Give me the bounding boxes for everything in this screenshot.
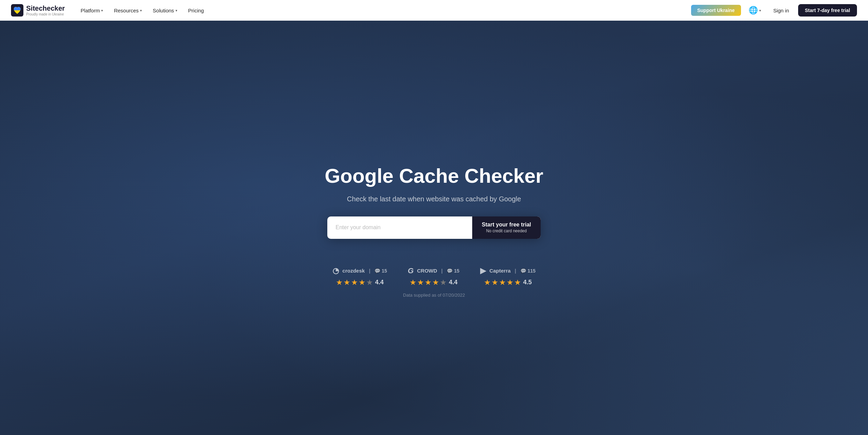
domain-search-input[interactable] bbox=[327, 216, 472, 238]
gcrowd-icon: G bbox=[408, 266, 414, 275]
data-supplied-text: Data supplied as of 07/20/2022 bbox=[403, 293, 465, 298]
gcrowd-platform: G CROWD | 💬 15 bbox=[408, 266, 459, 275]
logo-name: Sitechecker bbox=[26, 4, 65, 12]
star-4: ★ bbox=[432, 278, 439, 287]
capterra-stars-row: ★ ★ ★ ★ ★ 4.5 bbox=[484, 278, 532, 287]
star-1: ★ bbox=[410, 278, 416, 287]
nav-platform[interactable]: Platform ▾ bbox=[76, 5, 108, 16]
hero-title: Google Cache Checker bbox=[314, 165, 554, 187]
crozdesk-icon: ◔ bbox=[332, 266, 339, 275]
chevron-down-icon: ▾ bbox=[101, 9, 103, 12]
comment-icon: 💬 bbox=[374, 268, 380, 274]
star-5: ★ bbox=[440, 278, 447, 287]
hero-section: Google Cache Checker Check the last date… bbox=[0, 21, 868, 435]
star-2: ★ bbox=[417, 278, 424, 287]
hero-subtitle: Check the last date when website was cac… bbox=[314, 194, 554, 204]
comment-icon: 💬 bbox=[520, 268, 526, 274]
nav-links: Platform ▾ Resources ▾ Solutions ▾ Prici… bbox=[76, 5, 691, 16]
nav-pricing[interactable]: Pricing bbox=[183, 5, 209, 16]
star-3: ★ bbox=[499, 278, 506, 287]
hero-content: Google Cache Checker Check the last date… bbox=[314, 165, 554, 259]
gcrowd-stars-row: ★ ★ ★ ★ ★ 4.4 bbox=[410, 278, 457, 287]
logo-tagline: Proudly made in Ukraine bbox=[26, 12, 65, 16]
navbar: Sitechecker Proudly made in Ukraine Plat… bbox=[0, 0, 868, 21]
crozdesk-stars-row: ★ ★ ★ ★ ★ 4.4 bbox=[336, 278, 384, 287]
capterra-score: 4.5 bbox=[523, 279, 532, 286]
star-4: ★ bbox=[359, 278, 366, 287]
site-logo[interactable]: Sitechecker Proudly made in Ukraine bbox=[11, 4, 65, 17]
star-2: ★ bbox=[491, 278, 498, 287]
crozdesk-score: 4.4 bbox=[375, 279, 384, 286]
globe-icon: 🌐 bbox=[749, 6, 758, 15]
star-5: ★ bbox=[366, 278, 373, 287]
crozdesk-platform: ◔ crozdesk | 💬 15 bbox=[332, 266, 387, 275]
logo-icon bbox=[11, 4, 23, 17]
star-3: ★ bbox=[351, 278, 358, 287]
nav-right: Support Ukraine 🌐 ▾ Sign in Start 7-day … bbox=[691, 4, 857, 17]
ratings-section: ◔ crozdesk | 💬 15 ★ ★ ★ ★ ★ 4.4 bbox=[332, 266, 536, 287]
gcrowd-comment-count: 💬 15 bbox=[447, 268, 459, 274]
crozdesk-label: crozdesk bbox=[342, 268, 365, 274]
gcrowd-label: CROWD bbox=[417, 268, 437, 274]
signin-button[interactable]: Sign in bbox=[769, 5, 794, 16]
rating-gcrowd: G CROWD | 💬 15 ★ ★ ★ ★ ★ 4.4 bbox=[408, 266, 459, 287]
rating-crozdesk: ◔ crozdesk | 💬 15 ★ ★ ★ ★ ★ 4.4 bbox=[332, 266, 387, 287]
capterra-platform: ▶ Capterra | 💬 115 bbox=[480, 266, 536, 275]
chevron-down-icon: ▾ bbox=[140, 9, 142, 12]
capterra-icon: ▶ bbox=[480, 266, 486, 275]
crozdesk-comment-count: 💬 15 bbox=[374, 268, 387, 274]
search-box: Start your free trial No credit card nee… bbox=[327, 216, 541, 238]
cta-sub-text: No credit card needed bbox=[486, 229, 527, 234]
capterra-stars: ★ ★ ★ ★ ★ bbox=[484, 278, 521, 287]
gcrowd-score: 4.4 bbox=[449, 279, 457, 286]
capterra-comment-count: 💬 115 bbox=[520, 268, 536, 274]
chevron-down-icon: ▾ bbox=[176, 9, 177, 12]
start-trial-cta-button[interactable]: Start your free trial No credit card nee… bbox=[472, 216, 541, 238]
star-5: ★ bbox=[514, 278, 521, 287]
gcrowd-stars: ★ ★ ★ ★ ★ bbox=[410, 278, 447, 287]
cta-main-text: Start your free trial bbox=[482, 221, 531, 229]
star-4: ★ bbox=[507, 278, 514, 287]
start-trial-button[interactable]: Start 7-day free trial bbox=[798, 4, 857, 17]
rating-capterra: ▶ Capterra | 💬 115 ★ ★ ★ ★ ★ 4.5 bbox=[480, 266, 536, 287]
star-2: ★ bbox=[343, 278, 350, 287]
language-selector-button[interactable]: 🌐 ▾ bbox=[745, 4, 764, 17]
chevron-down-icon: ▾ bbox=[759, 9, 761, 12]
nav-solutions[interactable]: Solutions ▾ bbox=[148, 5, 182, 16]
capterra-label: Capterra bbox=[489, 268, 511, 274]
crozdesk-stars: ★ ★ ★ ★ ★ bbox=[336, 278, 373, 287]
star-1: ★ bbox=[336, 278, 343, 287]
star-1: ★ bbox=[484, 278, 491, 287]
support-ukraine-button[interactable]: Support Ukraine bbox=[691, 5, 741, 16]
nav-resources[interactable]: Resources ▾ bbox=[109, 5, 147, 16]
comment-icon: 💬 bbox=[447, 268, 453, 274]
star-3: ★ bbox=[425, 278, 432, 287]
